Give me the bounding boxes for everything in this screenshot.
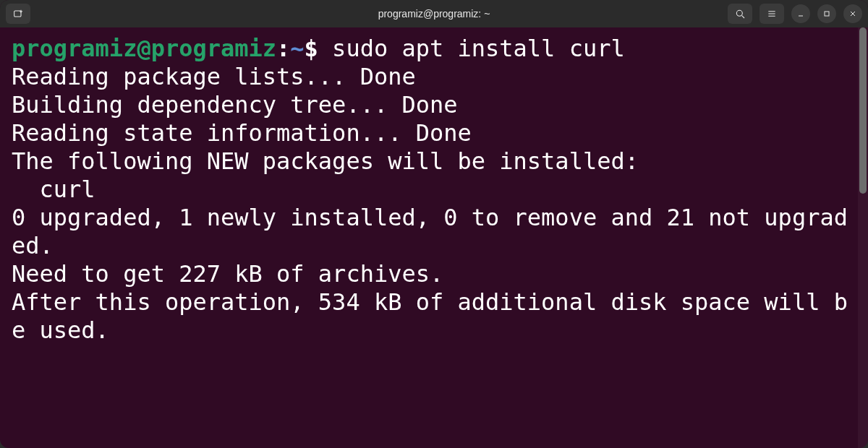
terminal-body-wrap: programiz@programiz:~$ sudo apt install … [0,27,868,448]
new-tab-button[interactable] [6,4,30,24]
prompt-separator: : [276,35,290,62]
titlebar: programiz@programiz: ~ [0,0,868,27]
close-button[interactable] [843,4,862,23]
svg-rect-9 [825,12,829,16]
hamburger-icon [766,8,778,20]
svg-line-4 [742,16,744,18]
menu-button[interactable] [760,4,784,24]
output-line: 0 upgraded, 1 newly installed, 0 to remo… [12,204,848,259]
minimize-button[interactable] [791,4,810,23]
prompt-path: ~ [290,35,304,62]
output-line: curl [12,176,95,203]
new-tab-icon [12,8,24,20]
titlebar-right-controls [728,4,862,24]
prompt-user-host: programiz@programiz [12,35,276,62]
prompt-symbol: $ [305,35,318,62]
scrollbar[interactable] [858,27,868,448]
svg-rect-0 [14,11,21,17]
output-line: Reading package lists... Done [12,63,416,90]
svg-point-3 [736,10,742,16]
search-icon [734,8,746,20]
search-button[interactable] [728,4,752,24]
maximize-icon [822,9,831,18]
minimize-icon [796,9,805,18]
maximize-button[interactable] [817,4,836,23]
output-line: The following NEW packages will be insta… [12,147,639,175]
output-line: Need to get 227 kB of archives. [12,260,443,288]
command-text: sudo apt install curl [332,35,625,62]
close-icon [848,9,857,18]
terminal-window: programiz@programiz: ~ [0,0,868,448]
output-line: Building dependency tree... Done [12,91,458,119]
terminal-body[interactable]: programiz@programiz:~$ sudo apt install … [0,27,858,448]
output-line: Reading state information... Done [12,119,472,147]
scrollbar-thumb[interactable] [859,27,867,194]
window-title: programiz@programiz: ~ [378,8,490,20]
output-line: After this operation, 534 kB of addition… [12,288,848,344]
